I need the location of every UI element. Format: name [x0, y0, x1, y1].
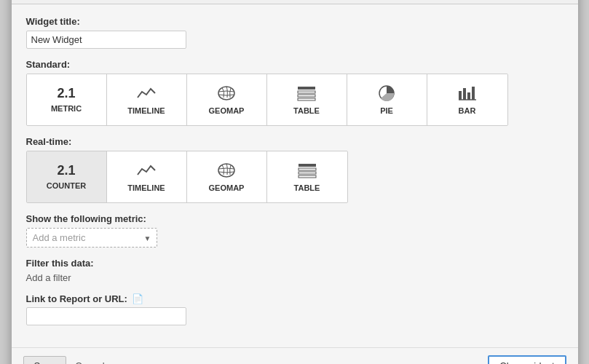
realtime-timeline-label: TIMELINE [127, 183, 165, 192]
realtime-geomap-button[interactable]: GEOMAP [187, 151, 267, 202]
link-url-input[interactable] [26, 307, 186, 325]
dialog-body: Widget title: Standard: 2.1 METRIC TIMEL… [12, 4, 578, 347]
svg-rect-12 [299, 164, 316, 167]
filter-group: Filter this data: Add a filter [26, 258, 564, 283]
cancel-button[interactable]: Cancel [72, 357, 107, 364]
svg-rect-6 [459, 91, 462, 100]
metric-group: Show the following metric: Add a metric … [26, 213, 564, 248]
svg-rect-15 [299, 175, 316, 178]
url-row: Link to Report or URL: 📄 [26, 293, 564, 304]
svg-rect-3 [298, 95, 315, 97]
standard-pie-label: PIE [380, 106, 393, 115]
realtime-table-label: TABLE [294, 183, 320, 192]
realtime-counter-button[interactable]: 2.1 COUNTER [27, 151, 107, 202]
svg-rect-14 [299, 172, 316, 174]
svg-rect-4 [298, 98, 315, 100]
clone-widget-button[interactable]: Clone widget [488, 355, 566, 364]
standard-table-label: TABLE [293, 106, 320, 115]
pie-icon [376, 84, 397, 102]
realtime-geomap-icon [216, 162, 237, 179]
standard-bar-button[interactable]: BAR [427, 74, 507, 125]
realtime-group: Real-time: 2.1 COUNTER TIMELINE [26, 136, 564, 203]
metric-select[interactable]: Add a metric [26, 228, 157, 248]
svg-point-11 [218, 164, 234, 177]
svg-point-0 [218, 87, 234, 100]
link-doc-icon: 📄 [132, 293, 143, 304]
realtime-table-icon [297, 162, 317, 179]
realtime-label: Real-time: [26, 136, 564, 147]
svg-rect-1 [298, 87, 315, 90]
timeline-icon [136, 84, 157, 102]
svg-rect-8 [467, 92, 470, 100]
standard-group: Standard: 2.1 METRIC TIMELINE [26, 59, 564, 126]
svg-rect-13 [299, 168, 316, 170]
widget-title-group: Widget title: [26, 16, 564, 49]
standard-label: Standard: [26, 59, 564, 70]
dialog-footer: Save Cancel Clone widget [12, 347, 578, 364]
svg-rect-2 [298, 91, 315, 93]
metric-icon: 2.1 [57, 87, 75, 100]
realtime-timeline-icon [136, 162, 157, 179]
add-widget-dialog: Add a Widget × Widget title: Standard: 2… [11, 0, 579, 364]
table-icon [296, 84, 317, 102]
standard-timeline-label: TIMELINE [127, 106, 165, 115]
widget-title-label: Widget title: [26, 16, 564, 27]
svg-rect-9 [472, 87, 475, 100]
link-label: Link to Report or URL: [26, 293, 127, 304]
filter-label: Filter this data: [26, 258, 564, 269]
metric-select-wrap: Add a metric ▼ [26, 228, 157, 248]
standard-types-grid: 2.1 METRIC TIMELINE GEOMAP [26, 74, 508, 126]
counter-icon: 2.1 [57, 164, 75, 177]
standard-bar-label: BAR [459, 106, 476, 115]
realtime-counter-label: COUNTER [47, 181, 86, 190]
standard-geomap-label: GEOMAP [209, 106, 245, 115]
footer-left-actions: Save Cancel [23, 356, 108, 364]
standard-pie-button[interactable]: PIE [347, 74, 427, 125]
geomap-icon [216, 84, 237, 102]
realtime-timeline-button[interactable]: TIMELINE [107, 151, 187, 202]
link-group: Link to Report or URL: 📄 [26, 293, 564, 325]
standard-metric-label: METRIC [51, 104, 82, 113]
standard-geomap-button[interactable]: GEOMAP [187, 74, 267, 125]
widget-title-input[interactable] [26, 31, 186, 49]
add-filter-link[interactable]: Add a filter [26, 272, 71, 283]
standard-metric-button[interactable]: 2.1 METRIC [27, 74, 107, 125]
realtime-table-button[interactable]: TABLE [267, 151, 347, 202]
standard-table-button[interactable]: TABLE [267, 74, 347, 125]
standard-timeline-button[interactable]: TIMELINE [107, 74, 187, 125]
svg-rect-7 [463, 88, 466, 100]
realtime-geomap-label: GEOMAP [209, 183, 245, 192]
realtime-types-grid: 2.1 COUNTER TIMELINE GEOMAP [26, 151, 348, 203]
metric-label: Show the following metric: [26, 213, 564, 224]
save-button[interactable]: Save [23, 356, 67, 364]
bar-icon [457, 84, 478, 102]
